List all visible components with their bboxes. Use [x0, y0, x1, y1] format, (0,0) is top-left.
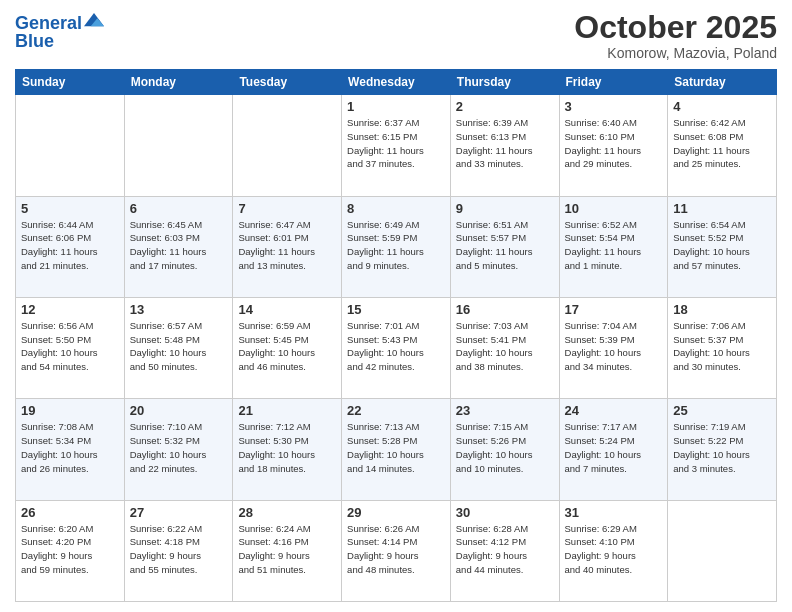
table-row: 5Sunrise: 6:44 AM Sunset: 6:06 PM Daylig…: [16, 196, 125, 297]
day-info: Sunrise: 7:13 AM Sunset: 5:28 PM Dayligh…: [347, 420, 445, 475]
day-number: 25: [673, 403, 771, 418]
logo-line2: Blue: [15, 32, 104, 50]
table-row: [233, 95, 342, 196]
day-number: 2: [456, 99, 554, 114]
table-row: 11Sunrise: 6:54 AM Sunset: 5:52 PM Dayli…: [668, 196, 777, 297]
day-number: 9: [456, 201, 554, 216]
day-info: Sunrise: 6:20 AM Sunset: 4:20 PM Dayligh…: [21, 522, 119, 577]
day-info: Sunrise: 6:47 AM Sunset: 6:01 PM Dayligh…: [238, 218, 336, 273]
table-row: 9Sunrise: 6:51 AM Sunset: 5:57 PM Daylig…: [450, 196, 559, 297]
calendar-week-row: 1Sunrise: 6:37 AM Sunset: 6:15 PM Daylig…: [16, 95, 777, 196]
day-info: Sunrise: 6:28 AM Sunset: 4:12 PM Dayligh…: [456, 522, 554, 577]
day-number: 1: [347, 99, 445, 114]
day-info: Sunrise: 6:42 AM Sunset: 6:08 PM Dayligh…: [673, 116, 771, 171]
table-row: 8Sunrise: 6:49 AM Sunset: 5:59 PM Daylig…: [342, 196, 451, 297]
calendar-header-row: Sunday Monday Tuesday Wednesday Thursday…: [16, 70, 777, 95]
table-row: 3Sunrise: 6:40 AM Sunset: 6:10 PM Daylig…: [559, 95, 668, 196]
table-row: 30Sunrise: 6:28 AM Sunset: 4:12 PM Dayli…: [450, 500, 559, 601]
day-number: 23: [456, 403, 554, 418]
table-row: 28Sunrise: 6:24 AM Sunset: 4:16 PM Dayli…: [233, 500, 342, 601]
day-info: Sunrise: 6:24 AM Sunset: 4:16 PM Dayligh…: [238, 522, 336, 577]
day-number: 4: [673, 99, 771, 114]
table-row: 23Sunrise: 7:15 AM Sunset: 5:26 PM Dayli…: [450, 399, 559, 500]
title-block: October 2025 Komorow, Mazovia, Poland: [574, 10, 777, 61]
day-number: 26: [21, 505, 119, 520]
day-number: 20: [130, 403, 228, 418]
day-info: Sunrise: 6:37 AM Sunset: 6:15 PM Dayligh…: [347, 116, 445, 171]
day-number: 24: [565, 403, 663, 418]
day-number: 30: [456, 505, 554, 520]
table-row: 19Sunrise: 7:08 AM Sunset: 5:34 PM Dayli…: [16, 399, 125, 500]
day-info: Sunrise: 6:52 AM Sunset: 5:54 PM Dayligh…: [565, 218, 663, 273]
day-info: Sunrise: 6:59 AM Sunset: 5:45 PM Dayligh…: [238, 319, 336, 374]
day-info: Sunrise: 6:29 AM Sunset: 4:10 PM Dayligh…: [565, 522, 663, 577]
day-info: Sunrise: 6:56 AM Sunset: 5:50 PM Dayligh…: [21, 319, 119, 374]
table-row: 25Sunrise: 7:19 AM Sunset: 5:22 PM Dayli…: [668, 399, 777, 500]
calendar-week-row: 12Sunrise: 6:56 AM Sunset: 5:50 PM Dayli…: [16, 297, 777, 398]
day-number: 14: [238, 302, 336, 317]
col-monday: Monday: [124, 70, 233, 95]
day-number: 10: [565, 201, 663, 216]
table-row: 21Sunrise: 7:12 AM Sunset: 5:30 PM Dayli…: [233, 399, 342, 500]
table-row: 7Sunrise: 6:47 AM Sunset: 6:01 PM Daylig…: [233, 196, 342, 297]
day-number: 15: [347, 302, 445, 317]
logo-icon: [84, 11, 104, 31]
table-row: 12Sunrise: 6:56 AM Sunset: 5:50 PM Dayli…: [16, 297, 125, 398]
table-row: 17Sunrise: 7:04 AM Sunset: 5:39 PM Dayli…: [559, 297, 668, 398]
day-number: 7: [238, 201, 336, 216]
table-row: 4Sunrise: 6:42 AM Sunset: 6:08 PM Daylig…: [668, 95, 777, 196]
day-info: Sunrise: 7:12 AM Sunset: 5:30 PM Dayligh…: [238, 420, 336, 475]
table-row: 24Sunrise: 7:17 AM Sunset: 5:24 PM Dayli…: [559, 399, 668, 500]
day-info: Sunrise: 7:06 AM Sunset: 5:37 PM Dayligh…: [673, 319, 771, 374]
col-sunday: Sunday: [16, 70, 125, 95]
day-number: 31: [565, 505, 663, 520]
table-row: 16Sunrise: 7:03 AM Sunset: 5:41 PM Dayli…: [450, 297, 559, 398]
table-row: 20Sunrise: 7:10 AM Sunset: 5:32 PM Dayli…: [124, 399, 233, 500]
calendar-week-row: 19Sunrise: 7:08 AM Sunset: 5:34 PM Dayli…: [16, 399, 777, 500]
col-saturday: Saturday: [668, 70, 777, 95]
day-number: 11: [673, 201, 771, 216]
table-row: [16, 95, 125, 196]
location: Komorow, Mazovia, Poland: [574, 45, 777, 61]
day-number: 28: [238, 505, 336, 520]
calendar: Sunday Monday Tuesday Wednesday Thursday…: [15, 69, 777, 602]
day-info: Sunrise: 7:01 AM Sunset: 5:43 PM Dayligh…: [347, 319, 445, 374]
day-number: 17: [565, 302, 663, 317]
col-thursday: Thursday: [450, 70, 559, 95]
day-info: Sunrise: 7:15 AM Sunset: 5:26 PM Dayligh…: [456, 420, 554, 475]
table-row: 2Sunrise: 6:39 AM Sunset: 6:13 PM Daylig…: [450, 95, 559, 196]
page: General Blue October 2025 Komorow, Mazov…: [0, 0, 792, 612]
day-number: 3: [565, 99, 663, 114]
table-row: 1Sunrise: 6:37 AM Sunset: 6:15 PM Daylig…: [342, 95, 451, 196]
table-row: 15Sunrise: 7:01 AM Sunset: 5:43 PM Dayli…: [342, 297, 451, 398]
day-info: Sunrise: 7:19 AM Sunset: 5:22 PM Dayligh…: [673, 420, 771, 475]
table-row: 10Sunrise: 6:52 AM Sunset: 5:54 PM Dayli…: [559, 196, 668, 297]
month-title: October 2025: [574, 10, 777, 45]
table-row: 13Sunrise: 6:57 AM Sunset: 5:48 PM Dayli…: [124, 297, 233, 398]
day-info: Sunrise: 7:04 AM Sunset: 5:39 PM Dayligh…: [565, 319, 663, 374]
header: General Blue October 2025 Komorow, Mazov…: [15, 10, 777, 61]
table-row: 6Sunrise: 6:45 AM Sunset: 6:03 PM Daylig…: [124, 196, 233, 297]
day-number: 21: [238, 403, 336, 418]
day-info: Sunrise: 6:45 AM Sunset: 6:03 PM Dayligh…: [130, 218, 228, 273]
logo: General Blue: [15, 14, 104, 50]
day-info: Sunrise: 6:26 AM Sunset: 4:14 PM Dayligh…: [347, 522, 445, 577]
day-number: 6: [130, 201, 228, 216]
table-row: 22Sunrise: 7:13 AM Sunset: 5:28 PM Dayli…: [342, 399, 451, 500]
day-number: 22: [347, 403, 445, 418]
table-row: 31Sunrise: 6:29 AM Sunset: 4:10 PM Dayli…: [559, 500, 668, 601]
table-row: [668, 500, 777, 601]
day-info: Sunrise: 6:39 AM Sunset: 6:13 PM Dayligh…: [456, 116, 554, 171]
day-info: Sunrise: 7:17 AM Sunset: 5:24 PM Dayligh…: [565, 420, 663, 475]
calendar-week-row: 5Sunrise: 6:44 AM Sunset: 6:06 PM Daylig…: [16, 196, 777, 297]
day-number: 12: [21, 302, 119, 317]
day-number: 13: [130, 302, 228, 317]
day-info: Sunrise: 7:10 AM Sunset: 5:32 PM Dayligh…: [130, 420, 228, 475]
day-info: Sunrise: 6:49 AM Sunset: 5:59 PM Dayligh…: [347, 218, 445, 273]
day-number: 16: [456, 302, 554, 317]
day-info: Sunrise: 6:44 AM Sunset: 6:06 PM Dayligh…: [21, 218, 119, 273]
col-friday: Friday: [559, 70, 668, 95]
day-info: Sunrise: 6:57 AM Sunset: 5:48 PM Dayligh…: [130, 319, 228, 374]
day-info: Sunrise: 7:08 AM Sunset: 5:34 PM Dayligh…: [21, 420, 119, 475]
day-number: 8: [347, 201, 445, 216]
